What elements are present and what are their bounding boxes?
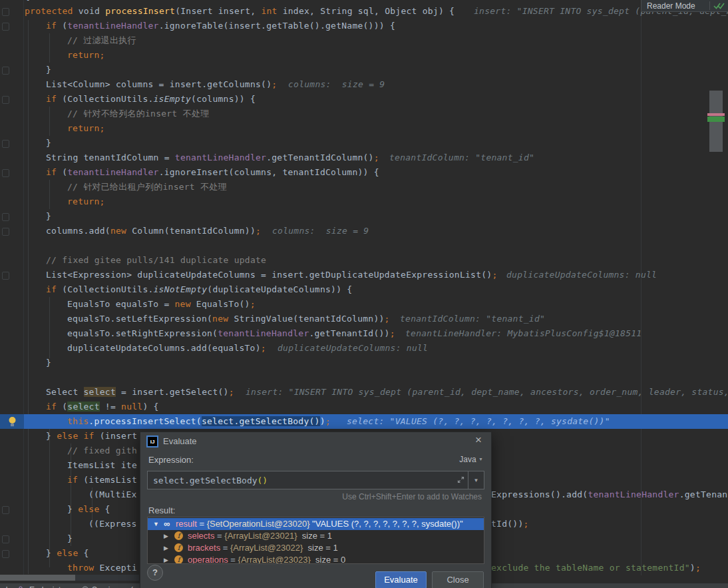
gutter-fold-icon[interactable] [2, 213, 9, 221]
code-text: columns.add(new Column(tenantIdColumn)); [46, 224, 261, 238]
code-text: } else { [67, 502, 110, 517]
close-icon[interactable]: × [472, 434, 484, 446]
close-button[interactable]: Close [432, 571, 484, 588]
reader-mode-button[interactable]: Reader Mode [641, 1, 709, 11]
tab-endpoints[interactable]: Endpoints [19, 583, 65, 588]
code-text: } [46, 356, 51, 370]
code-text: if (tenantLineHandler.ignoreInsert(colum… [46, 165, 379, 180]
code-line: equalsTo.setLeftExpression(new StringVal… [0, 312, 728, 326]
expand-editor-icon[interactable] [453, 474, 468, 486]
tree-row-text: operations = {ArrayList@23023} size = 0 [188, 554, 345, 564]
dialog-titlebar[interactable]: IJ Evaluate × [140, 432, 491, 449]
gutter-fold-icon[interactable] [2, 140, 9, 148]
inline-debug-hint: tenantIdColumn: "tenant_id" [400, 312, 545, 326]
code-line: return; [0, 48, 728, 63]
code-text: equalsTo.setLeftExpression(new StringVal… [67, 312, 390, 326]
result-label: Result: [148, 505, 175, 515]
code-line: duplicateUpdateColumns.add(equalsTo);dup… [0, 341, 728, 356]
gutter-fold-icon[interactable] [2, 67, 9, 75]
code-text: // 针对不给列名的insert 不处理 [67, 107, 209, 121]
code-line: if (CollectionUtils.isNotEmpty(duplicate… [0, 282, 728, 297]
code-text: if (select != null) { [46, 400, 159, 414]
result-tree-row[interactable]: ▶fbrackets = {ArrayList@23022} size = 1 [148, 542, 484, 554]
code-line: EqualsTo equalsTo = new EqualsTo(); [0, 297, 728, 312]
result-tree-row[interactable]: ▶fselects = {ArrayList@23021} size = 1 [148, 530, 484, 542]
code-line: // 针对已给出租户列的insert 不处理 [0, 180, 728, 194]
code-line: // 过滤退出执行 [0, 33, 728, 48]
code-line: List<Expression> duplicateUpdateColumns … [0, 268, 728, 282]
gutter-fold-icon[interactable] [2, 272, 9, 280]
horizontal-scrollbar[interactable] [0, 575, 139, 581]
code-line: protected void processInsert(Insert inse… [0, 4, 728, 19]
code-text: // fixed gith [67, 443, 137, 458]
code-text: List<Expression> duplicateUpdateColumns … [46, 268, 497, 282]
code-text: } [67, 531, 73, 546]
gutter-fold-icon[interactable] [2, 535, 9, 543]
code-line: // 针对不给列名的insert 不处理 [0, 107, 728, 121]
code-text: exclude the tableName or statementId"); [491, 561, 701, 575]
field-icon: f [174, 543, 183, 552]
code-line: return; [0, 194, 728, 209]
language-selector[interactable]: Java ▼ [459, 455, 483, 464]
code-line: return; [0, 121, 728, 136]
code-text: String tenantIdColumn = tenantLineHandle… [46, 150, 379, 165]
chevron-down-icon[interactable]: ▼ [153, 518, 159, 530]
gutter-fold-icon[interactable] [2, 96, 9, 104]
code-text: } [46, 209, 51, 224]
execution-line: this.processInsertSelect(select.getSelec… [0, 414, 728, 429]
code-line: Select select = insert.getSelect();inser… [0, 385, 728, 400]
code-text: if (CollectionUtils.isEmpty(columns)) { [46, 92, 256, 107]
statusbar-fragment[interactable]: al [1, 583, 7, 588]
code-line: columns.add(new Column(tenantIdColumn));… [0, 224, 728, 238]
code-text: } else if (insert [46, 429, 137, 443]
result-tree: ▼∞result = {SetOperationList@23020} "VAL… [147, 517, 484, 564]
gutter-fold-icon[interactable] [2, 228, 9, 236]
chevron-right-icon[interactable]: ▶ [164, 542, 168, 554]
error-stripe-mark-pink[interactable] [707, 113, 725, 116]
result-tree-row[interactable]: ▼∞result = {SetOperationList@23020} "VAL… [148, 518, 484, 530]
inline-debug-hint: select: "VALUES (?, ?, ?, ?, ?, ?, ?, sy… [347, 414, 610, 429]
ide-window: {protected void processInsert(Insert ins… [0, 0, 728, 588]
code-line: if (select != null) { [0, 400, 728, 414]
gutter-fold-icon[interactable] [2, 23, 9, 31]
reader-mode-toolbar: Reader Mode [641, 0, 728, 12]
horizontal-scrollbar-thumb[interactable] [0, 575, 75, 581]
code-text: Select select = insert.getSelect(); [46, 385, 234, 400]
code-text: // fixed gitee pulls/141 duplicate updat… [46, 253, 266, 268]
error-stripe-mark-green[interactable] [707, 117, 725, 122]
code-line: } [0, 136, 728, 150]
intellij-logo-icon: IJ [146, 436, 158, 447]
tree-row-text: selects = {ArrayList@23021} size = 1 [188, 530, 332, 542]
chevron-right-icon[interactable]: ▶ [164, 554, 168, 564]
gutter-fold-icon[interactable] [2, 550, 9, 558]
chevron-down-icon: ▼ [478, 457, 483, 461]
tab-services[interactable]: Services [81, 583, 122, 588]
result-tree-row[interactable]: ▶foperations = {ArrayList@23023} size = … [148, 554, 484, 564]
code-line: } [0, 63, 728, 77]
chevron-right-icon[interactable]: ▶ [164, 530, 168, 542]
code-text: if (itemsList [67, 473, 137, 487]
code-text: // 针对已给出租户列的insert 不处理 [67, 180, 227, 194]
code-text: return; [67, 121, 105, 136]
code-line: List<Column> columns = insert.getColumns… [0, 77, 728, 92]
code-text: } else { [46, 546, 89, 561]
history-dropdown-icon[interactable]: ▼ [468, 471, 484, 489]
evaluate-button[interactable]: Evaluate [375, 571, 427, 588]
field-icon: f [174, 531, 183, 540]
expression-input[interactable]: select.getSelectBody() ▼ [147, 471, 484, 489]
help-button[interactable]: ? [147, 565, 163, 581]
gutter-fold-icon[interactable] [2, 506, 9, 514]
gutter-fold-icon[interactable] [2, 8, 9, 16]
gutter-fold-icon[interactable] [2, 169, 9, 177]
statusbar-extra-fragment: ( [130, 583, 133, 588]
inline-debug-hint: columns: size = 9 [272, 224, 369, 238]
code-text: EqualsTo equalsTo = new EqualsTo(); [67, 297, 256, 312]
double-check-icon[interactable] [713, 2, 725, 10]
language-label: Java [459, 455, 476, 464]
expression-value[interactable]: select.getSelectBody() [148, 475, 453, 485]
code-text: return; [67, 194, 105, 209]
code-line: } [0, 356, 728, 370]
inline-debug-hint: tenantLineHandler: MybatisPlusConfig$1@1… [405, 326, 641, 341]
code-text: Expressions().add(tenantLineHandler.getT… [491, 487, 728, 502]
watches-hint: Use Ctrl+Shift+Enter to add to Watches [342, 492, 482, 501]
